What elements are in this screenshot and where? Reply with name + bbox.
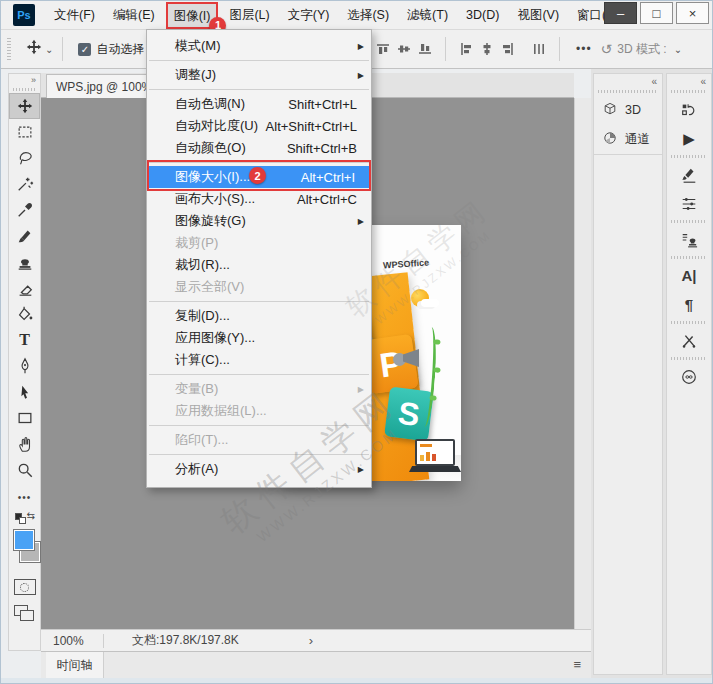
paragraph-panel-icon[interactable]: ¶ xyxy=(667,290,711,319)
3d-mode-caret-icon[interactable]: ⌄ xyxy=(674,44,682,55)
timeline-menu-icon[interactable]: ≡ xyxy=(573,657,581,672)
align-bottom-edges-icon[interactable] xyxy=(417,41,433,57)
menu-item-auto-contrast[interactable]: 自动对比度(U)Alt+Shift+Ctrl+L xyxy=(147,115,371,137)
menu-separator xyxy=(149,374,369,375)
menu-item-duplicate[interactable]: 复制(D)... xyxy=(147,305,371,327)
menubar-image[interactable]: 图像(I) xyxy=(172,9,213,23)
creative-cloud-panel-icon[interactable] xyxy=(667,362,711,391)
laptop-graphic xyxy=(415,439,455,466)
rectangular-marquee-tool[interactable] xyxy=(9,119,40,145)
brush-settings-panel-icon[interactable] xyxy=(667,189,711,218)
menubar-filter[interactable]: 滤镜(T) xyxy=(401,3,454,28)
menu-item-apply-image[interactable]: 应用图像(Y)... xyxy=(147,327,371,349)
menubar-file[interactable]: 文件(F) xyxy=(48,3,101,28)
history-panel-icon[interactable] xyxy=(667,95,711,124)
eyedropper-tool[interactable] xyxy=(9,197,40,223)
panel-grip[interactable] xyxy=(598,90,658,93)
toolbar-grip[interactable] xyxy=(13,88,36,91)
distribute-centers-icon[interactable] xyxy=(531,41,547,57)
type-tool[interactable]: T xyxy=(9,327,40,353)
divider xyxy=(62,37,63,61)
panel-tab-3d-label: 3D xyxy=(625,103,641,117)
menu-item-image-rotation[interactable]: 图像旋转(G)▶ xyxy=(147,210,371,232)
submenu-arrow-icon: ▶ xyxy=(358,71,364,80)
menubar-3d[interactable]: 3D(D) xyxy=(460,4,505,26)
submenu-arrow-icon: ▶ xyxy=(358,217,364,226)
menu-item-mode[interactable]: 模式(M)▶ xyxy=(147,35,371,57)
menu-item-adjustments[interactable]: 调整(J)▶ xyxy=(147,64,371,86)
menubar-layer[interactable]: 图层(L) xyxy=(223,3,275,28)
hand-tool[interactable] xyxy=(9,431,40,457)
annotation-badge-2: 2 xyxy=(249,167,266,184)
status-bar: 100% 文档:197.8K/197.8K › xyxy=(41,629,591,651)
color-swatches xyxy=(11,527,38,571)
tool-presets-panel-icon[interactable] xyxy=(667,326,711,355)
photoshop-logo: Ps xyxy=(13,4,35,26)
panel-grip[interactable] xyxy=(671,220,707,223)
eraser-tool[interactable] xyxy=(9,275,40,301)
toolbar-collapse-icon[interactable]: » xyxy=(9,74,40,86)
panel-grip[interactable] xyxy=(671,155,707,158)
pen-tool[interactable] xyxy=(9,353,40,379)
menu-item-canvas-size[interactable]: 画布大小(S)...Alt+Ctrl+C xyxy=(147,188,371,210)
status-options-chevron-icon[interactable]: › xyxy=(309,633,313,648)
foreground-color-swatch[interactable] xyxy=(13,529,35,551)
lasso-tool[interactable] xyxy=(9,145,40,171)
swap-colors-icon[interactable]: ⇆ xyxy=(27,510,35,521)
align-vertical-centers-icon[interactable] xyxy=(396,41,412,57)
panel-grip[interactable] xyxy=(671,256,707,259)
menu-item-analysis[interactable]: 分析(A)▶ xyxy=(147,458,371,480)
panel-tab-channels[interactable]: 通道 xyxy=(594,125,662,155)
rectangle-shape-tool[interactable] xyxy=(9,405,40,431)
menu-item-calculations[interactable]: 计算(C)... xyxy=(147,349,371,371)
options-grip[interactable] xyxy=(7,38,11,60)
edit-toolbar-icon[interactable]: ••• xyxy=(9,489,40,505)
zoom-level-field[interactable]: 100% xyxy=(41,634,103,648)
document-size-info: 文档:197.8K/197.8K xyxy=(132,632,239,649)
brush-tool[interactable] xyxy=(9,223,40,249)
default-colors-control[interactable]: ⇆ xyxy=(13,509,36,525)
gradient-tool[interactable] xyxy=(9,301,40,327)
align-left-edges-icon[interactable] xyxy=(458,41,474,57)
minimize-button[interactable]: – xyxy=(604,2,637,24)
zoom-tool[interactable] xyxy=(9,457,40,483)
brush-presets-panel-icon[interactable] xyxy=(667,160,711,189)
tool-preset-caret-icon[interactable]: ⌄ xyxy=(45,44,53,55)
more-options-icon[interactable]: ••• xyxy=(576,42,592,56)
close-button[interactable]: × xyxy=(676,2,709,24)
actions-panel-icon[interactable]: ▶ xyxy=(667,124,711,153)
menubar-type[interactable]: 文字(Y) xyxy=(282,3,336,28)
character-panel-icon[interactable]: A| xyxy=(667,261,711,290)
menu-item-trim[interactable]: 裁切(R)... xyxy=(147,254,371,276)
clone-source-panel-icon[interactable] xyxy=(667,225,711,254)
menubar-select[interactable]: 选择(S) xyxy=(341,3,395,28)
icon-panel-collapse-icon[interactable]: « xyxy=(667,74,711,88)
panel-grip[interactable] xyxy=(671,321,707,324)
panel-grip[interactable] xyxy=(671,357,707,360)
menu-item-auto-tone[interactable]: 自动色调(N)Shift+Ctrl+L xyxy=(147,93,371,115)
panel-tab-3d[interactable]: 3D xyxy=(594,95,662,125)
magic-wand-tool[interactable] xyxy=(9,171,40,197)
menubar-edit[interactable]: 编辑(E) xyxy=(107,3,161,28)
align-right-edges-icon[interactable] xyxy=(500,41,516,57)
align-top-edges-icon[interactable] xyxy=(375,41,391,57)
timeline-tab[interactable]: 时间轴 xyxy=(46,652,104,678)
clone-stamp-tool[interactable] xyxy=(9,249,40,275)
panel-grip[interactable] xyxy=(671,90,707,93)
panel-collapse-icon[interactable]: « xyxy=(594,74,662,88)
menubar-view[interactable]: 视图(V) xyxy=(511,3,565,28)
maximize-button[interactable]: □ xyxy=(640,2,673,24)
vertical-scrollbar[interactable] xyxy=(574,98,591,629)
quick-mask-button[interactable] xyxy=(14,579,36,595)
annotation-box-step1: 图像(I) 1 xyxy=(166,2,219,29)
image-menu-dropdown: 模式(M)▶ 调整(J)▶ 自动色调(N)Shift+Ctrl+L 自动对比度(… xyxy=(146,29,372,488)
panel-group-column: « 3D 通道 xyxy=(593,73,663,675)
menu-item-trap: 陷印(T)... xyxy=(147,429,371,451)
move-tool[interactable] xyxy=(9,93,40,119)
auto-select-checkbox[interactable]: ✓ xyxy=(78,43,91,56)
menu-item-auto-color[interactable]: 自动颜色(O)Shift+Ctrl+B xyxy=(147,137,371,159)
screen-mode-button[interactable] xyxy=(14,605,36,623)
path-selection-tool[interactable] xyxy=(9,379,40,405)
align-horizontal-centers-icon[interactable] xyxy=(479,41,495,57)
channels-icon xyxy=(602,130,618,149)
